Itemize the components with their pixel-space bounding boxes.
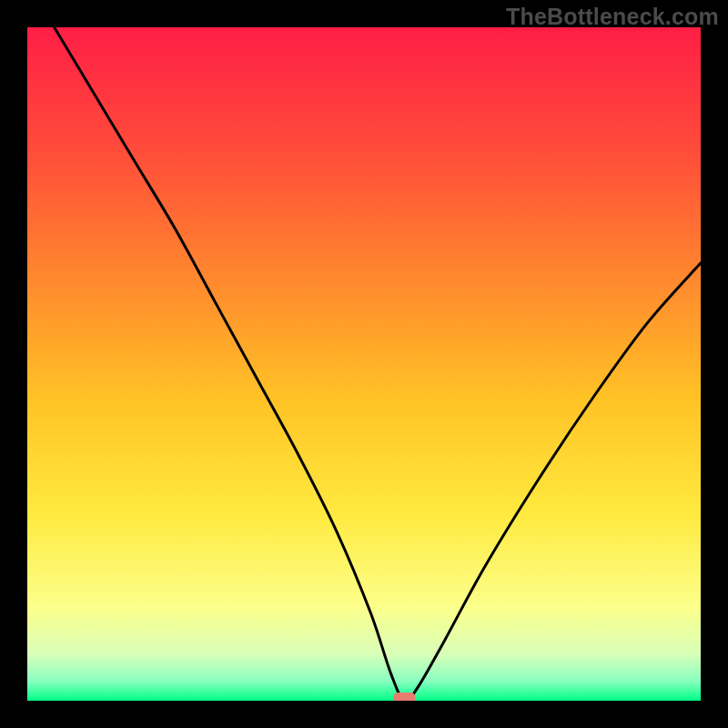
gradient-background — [27, 27, 701, 701]
plot-area — [27, 27, 701, 701]
chart-frame: TheBottleneck.com — [0, 0, 728, 728]
watermark-text: TheBottleneck.com — [506, 4, 719, 30]
bottleneck-chart — [27, 27, 701, 701]
vertex-marker — [393, 693, 415, 701]
